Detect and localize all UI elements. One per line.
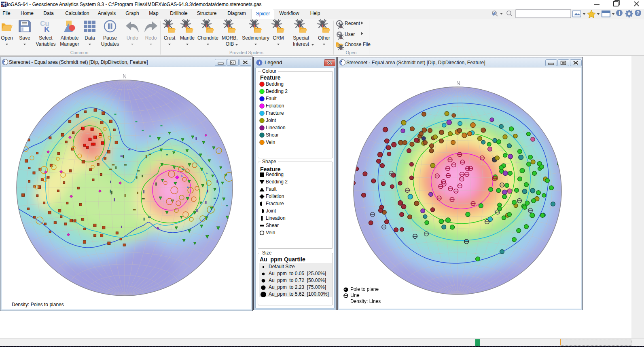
svg-text:K: K	[44, 25, 50, 34]
svg-text:i: i	[619, 10, 620, 16]
svg-text:?: ?	[636, 10, 640, 16]
svg-text:N: N	[123, 73, 127, 80]
svg-text:i: i	[258, 60, 260, 65]
svg-text:N: N	[456, 80, 460, 86]
